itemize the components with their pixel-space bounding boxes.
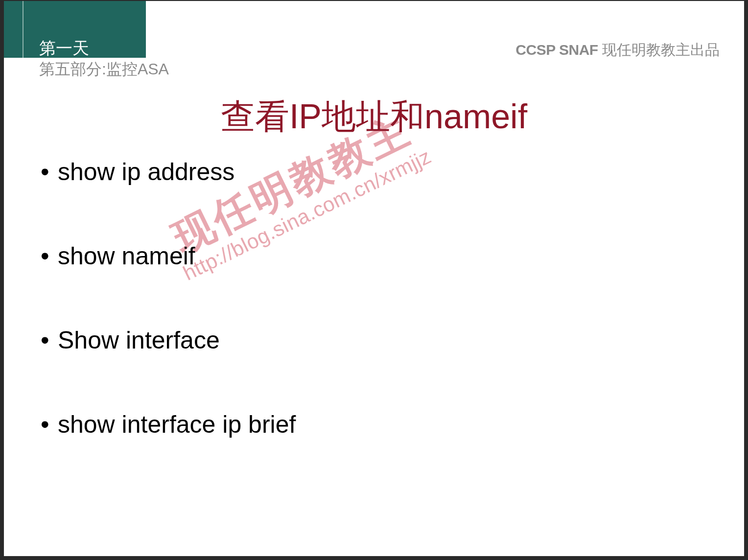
slide-title: 查看IP地址和nameif [4, 94, 744, 140]
title-part-ip: IP [289, 97, 322, 136]
title-part-mid: 地址和 [322, 98, 424, 136]
course-code: CCSP SNAF [515, 42, 598, 58]
day-label: 第一天 [39, 37, 89, 60]
list-item: show ip address [41, 158, 715, 186]
title-part-pre: 查看 [221, 98, 289, 136]
list-item: show interface ip brief [41, 410, 715, 439]
header-divider [23, 1, 23, 58]
slide: 第一天 第五部分:监控ASA CCSP SNAF 现任明教教主出品 现任明教教主… [4, 1, 744, 556]
course-author: 现任明教教主出品 [598, 42, 720, 58]
section-label: 第五部分:监控ASA [39, 59, 169, 80]
course-credit: CCSP SNAF 现任明教教主出品 [515, 40, 720, 60]
bullet-list: show ip address show nameif Show interfa… [41, 158, 715, 494]
list-item: Show interface [41, 326, 715, 354]
title-part-tail: nameif [424, 97, 527, 136]
list-item: show nameif [41, 242, 715, 270]
